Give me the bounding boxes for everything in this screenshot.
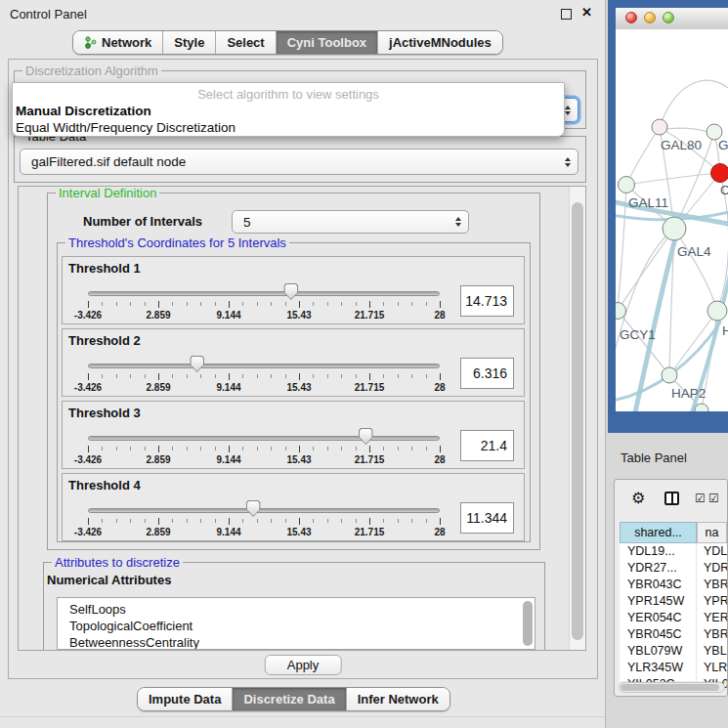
tick-mark: [341, 302, 342, 306]
divider: [0, 716, 605, 717]
table-row[interactable]: YBL079WYBL0: [620, 643, 727, 660]
column-header[interactable]: na: [697, 522, 727, 543]
threshold-slider[interactable]: -3.4262.8599.14415.4321.71528: [88, 497, 440, 540]
attributes-list[interactable]: SelfLoopsTopologicalCoefficientBetweenne…: [57, 597, 535, 650]
network-node[interactable]: [619, 177, 635, 193]
tick-mark: [116, 447, 117, 450]
threshold-value-field[interactable]: 21.4: [460, 430, 514, 461]
tick-label: 2.859: [146, 527, 170, 537]
slider-handle[interactable]: [359, 428, 373, 445]
checkbox-icon[interactable]: ☑: [695, 492, 706, 505]
attribute-list-item[interactable]: SelfLoops: [58, 601, 535, 618]
network-node[interactable]: [711, 164, 728, 183]
tab-network[interactable]: Network: [73, 31, 162, 54]
attribute-list-item[interactable]: BetweennessCentrality: [58, 634, 535, 650]
slider-handle[interactable]: [283, 283, 298, 300]
table-header-row: shared...na: [620, 522, 727, 543]
tick-mark: [88, 373, 89, 380]
zoom-window-icon[interactable]: [663, 12, 674, 23]
table-cell: YBR043C: [620, 577, 697, 593]
table-row[interactable]: YER054CYER0: [620, 610, 727, 626]
table-horizontal-scrollbar[interactable]: [619, 682, 725, 693]
tick-mark: [215, 374, 216, 378]
slider-track[interactable]: [88, 436, 440, 441]
tab-infer-network[interactable]: Infer Network: [346, 688, 450, 710]
close-icon[interactable]: ✕: [581, 5, 592, 20]
threshold-slider[interactable]: -3.4262.8599.14415.4321.71528: [88, 280, 440, 323]
float-window-icon[interactable]: [561, 9, 572, 20]
slider-handle[interactable]: [190, 356, 204, 372]
combo-stepper-icon: [565, 157, 571, 167]
tick-mark: [102, 519, 103, 523]
table-data-combo[interactable]: galFiltered.sif default node: [20, 149, 578, 175]
tick-label: 28: [434, 527, 445, 537]
tick-mark: [341, 447, 342, 450]
apply-button[interactable]: Apply: [265, 655, 342, 675]
slider-track[interactable]: [88, 508, 440, 513]
attribute-list-item[interactable]: TopologicalCoefficient: [58, 618, 535, 634]
slider-tick-labels: -3.4262.8599.14415.4321.71528: [88, 382, 440, 394]
tick-mark: [356, 519, 357, 523]
slider-track[interactable]: [88, 291, 440, 296]
algorithm-option[interactable]: Equal Width/Frequency Discretization: [13, 119, 564, 136]
tick-label: 2.859: [146, 454, 170, 465]
threshold-slider[interactable]: -3.4262.8599.14415.4321.71528: [88, 425, 440, 468]
threshold-value-field[interactable]: 14.713: [460, 285, 514, 317]
network-node[interactable]: [662, 367, 677, 383]
network-node[interactable]: [707, 301, 727, 321]
network-window: GAL80GCGAL11GAL4GCY1HHAP2: [608, 0, 728, 433]
tab-label: Infer Network: [358, 692, 439, 707]
scrollbar-thumb[interactable]: [621, 684, 719, 691]
column-header[interactable]: shared...: [620, 522, 697, 543]
network-node[interactable]: [695, 404, 708, 411]
settings-vertical-scrollbar[interactable]: [569, 187, 585, 650]
slider-handle[interactable]: [246, 500, 261, 517]
tick-mark: [200, 447, 201, 450]
tick-mark: [398, 302, 399, 306]
scrollbar-thumb[interactable]: [572, 202, 583, 640]
network-edge: [626, 127, 660, 185]
network-canvas[interactable]: GAL80GCGAL11GAL4GCY1HHAP2: [616, 29, 728, 411]
slider-track[interactable]: [88, 364, 440, 368]
tab-select[interactable]: Select: [215, 31, 275, 54]
tab-cyni-toolbox[interactable]: Cyni Toolbox: [276, 31, 377, 54]
columns-icon[interactable]: [664, 492, 679, 505]
minimize-window-icon[interactable]: [644, 12, 656, 23]
table-row[interactable]: YLR345WYLR3: [620, 660, 727, 676]
tab-impute-data[interactable]: Impute Data: [138, 688, 232, 710]
table-row[interactable]: YDR27...YDR2: [620, 560, 727, 577]
tab-discretize-data[interactable]: Discretize Data: [232, 688, 345, 710]
table-row[interactable]: YBR045CYBR0: [620, 626, 727, 643]
network-node[interactable]: [663, 217, 686, 240]
threshold-slider[interactable]: -3.4262.8599.14415.4321.71528: [88, 353, 440, 396]
interval-definition-group: Interval Definition Number of Intervals …: [47, 193, 540, 550]
attributes-list-scrollbar[interactable]: [523, 600, 533, 647]
tab-jactivemnodules[interactable]: jActiveMNodules: [377, 31, 502, 54]
threshold-value-field[interactable]: 6.316: [460, 358, 514, 389]
table-row[interactable]: YDL19...YDL1: [620, 543, 727, 560]
num-intervals-combo[interactable]: 5: [232, 210, 469, 234]
num-intervals-row: Number of Intervals 5: [48, 209, 539, 235]
tick-mark: [398, 447, 399, 450]
algorithm-option[interactable]: Manual Discretization: [13, 103, 564, 119]
tick-mark: [327, 302, 328, 306]
threshold-value-field[interactable]: 11.344: [460, 502, 514, 534]
tick-mark: [187, 302, 188, 306]
tab-style[interactable]: Style: [162, 31, 215, 54]
tick-mark: [299, 301, 300, 308]
gear-icon[interactable]: ⚙: [631, 489, 645, 507]
checkbox-icon[interactable]: ☑: [708, 492, 719, 505]
table-row[interactable]: YBR043CYBR0: [620, 577, 727, 593]
tick-mark: [242, 447, 243, 450]
tick-label: -3.426: [74, 527, 102, 537]
network-node[interactable]: [652, 119, 667, 135]
tick-mark: [172, 374, 173, 378]
network-window-titlebar: [616, 8, 728, 30]
close-window-icon[interactable]: [625, 12, 637, 23]
tick-mark: [145, 447, 146, 450]
network-edge: [666, 128, 707, 132]
tick-mark: [411, 302, 412, 306]
table-row[interactable]: YPR145WYPR1: [620, 593, 727, 610]
slider-row: -3.4262.8599.14415.4321.71528 14.713: [68, 280, 518, 323]
tick-mark: [285, 519, 286, 523]
